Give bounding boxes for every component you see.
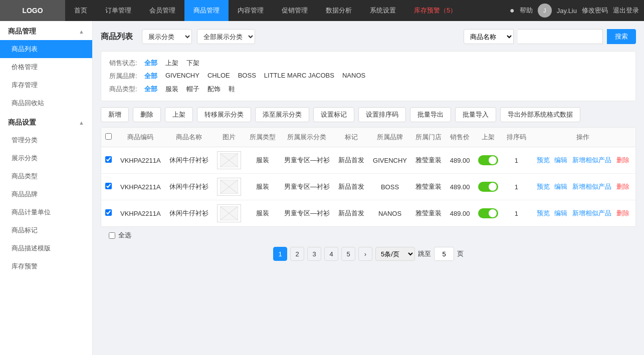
action-edit-0[interactable]: 编辑	[554, 156, 567, 164]
toggle-on-shelf-1[interactable]	[478, 182, 498, 192]
page-4[interactable]: 4	[324, 247, 338, 261]
filter-sale-all[interactable]: 全部	[144, 59, 157, 68]
action-add-similar-2[interactable]: 新增相似产品	[572, 209, 611, 217]
sidebar-group-product-settings[interactable]: 商品设置 ▲	[0, 112, 92, 131]
cell-actions-2: 预览 编辑 新增相似产品 删除	[530, 200, 635, 227]
btn-set-mark[interactable]: 设置标记	[313, 107, 354, 122]
chevron-up-icon-2: ▲	[79, 120, 84, 126]
toggle-on-shelf-0[interactable]	[478, 155, 498, 165]
nav-content[interactable]: 内容管理	[229, 0, 273, 21]
sidebar-item-recycle-bin[interactable]: 商品回收站	[0, 94, 92, 112]
select-all-checkbox[interactable]	[105, 133, 112, 140]
filter-type-shoes[interactable]: 鞋	[229, 85, 235, 94]
btn-on-shelf[interactable]: 上架	[165, 107, 193, 122]
page-5[interactable]: 5	[341, 247, 355, 261]
filter-type-hat[interactable]: 帽子	[186, 85, 199, 94]
filter-dropdown-1[interactable]: 展示分类 管理分类	[142, 29, 192, 44]
help-link[interactable]: 帮助	[520, 6, 533, 15]
cell-actions-0: 预览 编辑 新增相似产品 删除	[530, 147, 635, 174]
btn-batch-import[interactable]: 批量导入	[455, 107, 496, 122]
sidebar-item-stock-management[interactable]: 库存管理	[0, 76, 92, 94]
sidebar-item-product-units[interactable]: 商品计量单位	[0, 203, 92, 221]
table-row: VKHPA2211A 休闲牛仔衬衫 服装 男童专区—衬衫 新品首发 BOSS 雅…	[101, 174, 635, 200]
page-next-arrow[interactable]: ›	[358, 247, 372, 261]
filter-sale-on[interactable]: 上架	[165, 59, 178, 68]
logout-link[interactable]: 退出登录	[613, 6, 639, 15]
action-preview-1[interactable]: 预览	[537, 183, 550, 190]
action-preview-2[interactable]: 预览	[537, 209, 550, 217]
change-password-link[interactable]: 修改密码	[582, 6, 608, 15]
page-1[interactable]: 1	[273, 247, 287, 261]
cell-type-0: 服装	[245, 147, 280, 174]
action-edit-1[interactable]: 编辑	[554, 183, 567, 190]
row-checkbox-1[interactable]	[105, 183, 112, 189]
filter-type-clothing[interactable]: 服装	[165, 85, 178, 94]
cell-store-0: 雅莹童装	[411, 147, 446, 174]
filter-dropdown-2[interactable]: 全部展示分类	[197, 29, 255, 44]
btn-export-external[interactable]: 导出外部系统格式数据	[500, 107, 580, 122]
filter-type-all[interactable]: 全部	[144, 85, 157, 94]
btn-set-sort[interactable]: 设置排序码	[358, 107, 406, 122]
action-delete-1[interactable]: 删除	[616, 183, 629, 190]
cell-image-2	[213, 200, 246, 227]
goto-page-input[interactable]	[434, 247, 454, 261]
filter-brand-all[interactable]: 全部	[144, 72, 157, 81]
filter-brand-givenchy[interactable]: GIVENCHY	[165, 72, 199, 81]
row-checkbox-0[interactable]	[105, 156, 112, 163]
filter-brand-chloe[interactable]: CHLOE	[207, 72, 230, 81]
filter-brand-nanos[interactable]: NANOS	[342, 72, 365, 81]
page-size-select[interactable]: 5条/页 10条/页 20条/页	[375, 247, 415, 261]
nav-promotions[interactable]: 促销管理	[273, 0, 317, 21]
action-add-similar-1[interactable]: 新增相似产品	[572, 183, 611, 190]
select-all-bottom-checkbox[interactable]	[109, 232, 115, 239]
cell-type-2: 服装	[245, 200, 280, 227]
cell-on-shelf-1	[474, 174, 503, 200]
btn-delete[interactable]: 删除	[133, 107, 161, 122]
filter-bar: 销售状态: 全部 上架 下架 所属品牌: 全部 GIVENCHY CHLOE B…	[101, 51, 636, 101]
btn-add[interactable]: 新增	[101, 107, 129, 122]
cell-sort-code-0: 1	[503, 147, 531, 174]
toggle-dot-1	[489, 183, 497, 191]
nav-home[interactable]: 首页	[65, 0, 96, 21]
search-field-select[interactable]: 商品名称 商品编码	[464, 29, 514, 44]
action-edit-2[interactable]: 编辑	[554, 209, 567, 217]
nav-analytics[interactable]: 数据分析	[317, 0, 361, 21]
toggle-dot-2	[489, 209, 497, 217]
search-button[interactable]: 搜索	[607, 29, 636, 44]
filter-sale-off[interactable]: 下架	[186, 59, 199, 68]
btn-add-to-category[interactable]: 添至展示分类	[255, 107, 309, 122]
search-input[interactable]	[518, 29, 603, 44]
nav-orders[interactable]: 订单管理	[96, 0, 140, 21]
nav-products[interactable]: 商品管理	[184, 0, 229, 21]
sidebar-item-price-management[interactable]: 价格管理	[0, 58, 92, 76]
row-checkbox-2[interactable]	[105, 209, 112, 216]
filter-type-accessories[interactable]: 配饰	[207, 85, 221, 94]
action-preview-0[interactable]: 预览	[537, 156, 550, 164]
cell-price-0: 489.00	[446, 147, 474, 174]
sidebar-item-product-types[interactable]: 商品类型	[0, 167, 92, 185]
cell-mark-2: 新品首发	[334, 200, 369, 227]
action-delete-0[interactable]: 删除	[616, 156, 629, 164]
sidebar-item-product-templates[interactable]: 商品描述模版	[0, 239, 92, 257]
filter-brand-boss[interactable]: BOSS	[238, 72, 256, 81]
btn-move-category[interactable]: 转移展示分类	[197, 107, 251, 122]
page-3[interactable]: 3	[307, 247, 321, 261]
btn-batch-export[interactable]: 批量导出	[410, 107, 451, 122]
sidebar-item-manage-categories[interactable]: 管理分类	[0, 131, 92, 149]
sidebar-item-stock-warning[interactable]: 库存预警	[0, 257, 92, 275]
sidebar-item-product-marks[interactable]: 商品标记	[0, 221, 92, 239]
toggle-on-shelf-2[interactable]	[478, 208, 498, 218]
sidebar-item-product-list[interactable]: 商品列表	[0, 40, 92, 58]
action-add-similar-0[interactable]: 新增相似产品	[572, 156, 611, 164]
sidebar-item-display-categories[interactable]: 展示分类	[0, 149, 92, 167]
filter-brand-lmj[interactable]: LITTLE MARC JACOBS	[264, 72, 334, 81]
th-brand: 所属品牌	[369, 128, 411, 147]
action-delete-2[interactable]: 删除	[616, 209, 629, 217]
sidebar-item-product-brands[interactable]: 商品品牌	[0, 185, 92, 203]
nav-members[interactable]: 会员管理	[140, 0, 184, 21]
page-2[interactable]: 2	[290, 247, 304, 261]
sidebar-group-product-management[interactable]: 商品管理 ▲	[0, 21, 92, 40]
pagination: 1 2 3 4 5 › 5条/页 10条/页 20条/页 跳至 页	[101, 240, 636, 263]
nav-settings[interactable]: 系统设置	[361, 0, 405, 21]
nav-stock-alert[interactable]: 库存预警（5）	[405, 0, 466, 21]
